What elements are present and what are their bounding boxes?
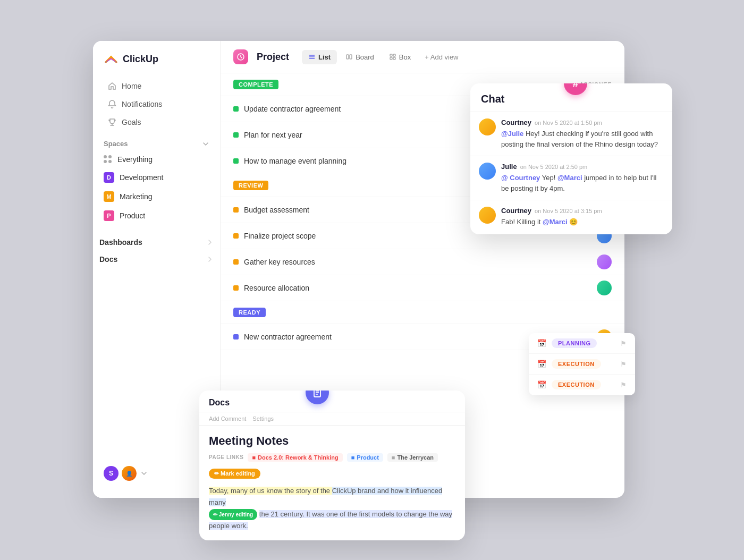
docs-section[interactable]: Docs: [93, 251, 220, 268]
status-chip-planning: PLANNING: [552, 338, 597, 348]
tab-box-label: Box: [399, 53, 411, 61]
chat-meta-2: Julie on Nov 5 2020 at 2:50 pm: [501, 163, 664, 171]
docs-header-title: Docs: [209, 398, 230, 407]
nav-home[interactable]: Home: [97, 78, 216, 95]
section-complete-badge: COMPLETE: [233, 80, 278, 89]
chat-message-2: Julie on Nov 5 2020 at 2:50 pm @ Courtne…: [470, 156, 672, 200]
space-item-development[interactable]: D Development: [93, 168, 220, 186]
app-name: ClickUp: [123, 54, 158, 65]
space-item-product[interactable]: P Product: [93, 207, 220, 225]
dashboards-label: Dashboards: [99, 238, 142, 247]
status-chip-execution-2: EXECUTION: [552, 380, 601, 389]
task-row[interactable]: Resource allocation: [221, 275, 624, 301]
project-icon: [233, 49, 248, 64]
docs-label: Docs: [99, 255, 117, 264]
docs-panel: Docs Add Comment Settings Meeting Notes …: [199, 391, 465, 540]
mark-editing-button[interactable]: ✏ Mark editing: [209, 469, 260, 479]
task-name: Gather key resources: [244, 258, 591, 266]
spaces-label: Spaces: [104, 140, 128, 148]
text-highlight-yellow: Today, many of us know the story of the: [209, 487, 332, 495]
space-item-everything[interactable]: Everything: [93, 151, 220, 167]
chat-text-3: Fab! Killing it @Marci 😊: [501, 217, 664, 227]
space-badge-d: D: [104, 172, 114, 183]
page-link-docs[interactable]: ■ Docs 2.0: Rework & Thinking: [248, 453, 342, 462]
space-marketing-label: Marketing: [120, 192, 152, 201]
chat-meta-1: Courtney on Nov 5 2020 at 1:50 pm: [501, 118, 664, 126]
space-item-marketing[interactable]: M Marketing: [93, 188, 220, 206]
everything-grid-icon: [104, 155, 112, 164]
docs-icon: [312, 391, 323, 398]
svg-rect-8: [390, 57, 392, 60]
task-dot-review: [233, 285, 239, 291]
flag-icon-1: ⚑: [620, 340, 627, 347]
docs-body: Meeting Notes PAGE LINKS ■ Docs 2.0: Rew…: [199, 426, 465, 540]
add-comment-link[interactable]: Add Comment: [209, 415, 246, 422]
status-row-3: 📅 EXECUTION ⚑: [529, 375, 635, 395]
tab-box[interactable]: Box: [383, 50, 417, 64]
trophy-icon: [108, 118, 116, 126]
docs-chevron-icon: [206, 256, 214, 263]
status-row-2: 📅 EXECUTION ⚑: [529, 354, 635, 375]
task-avatar: [597, 281, 612, 295]
avatar-dropdown-icon[interactable]: [141, 470, 147, 477]
add-view-label: + Add view: [425, 53, 458, 61]
task-dot-review: [233, 233, 239, 239]
chat-time-1: on Nov 5 2020 at 1:50 pm: [535, 120, 602, 126]
svg-rect-9: [393, 57, 395, 60]
docs-body-text: Today, many of us know the story of the …: [209, 485, 455, 532]
nav-notifications[interactable]: Notifications: [97, 96, 216, 113]
add-view-button[interactable]: + Add view: [419, 50, 463, 64]
chat-time-2: on Nov 5 2020 at 2:50 pm: [520, 164, 588, 170]
space-development-label: Development: [120, 173, 164, 182]
tab-list[interactable]: List: [302, 50, 337, 64]
content-header: Project List: [221, 41, 624, 73]
tab-board-label: Board: [356, 53, 374, 61]
mention-marci: @Marci: [557, 174, 582, 182]
chat-message-1: Courtney on Nov 5 2020 at 1:50 pm @Julie…: [470, 112, 672, 156]
tab-board[interactable]: Board: [339, 50, 381, 64]
space-badge-m: M: [104, 191, 114, 202]
chat-text-2: @ Courtney Yep! @Marci jumped in to help…: [501, 173, 664, 193]
space-product-label: Product: [120, 211, 145, 220]
task-row[interactable]: Gather key resources: [221, 249, 624, 275]
nav-goals-label: Goals: [122, 118, 141, 126]
section-ready-badge: READY: [233, 308, 266, 317]
nav-notifications-label: Notifications: [122, 100, 162, 108]
spaces-collapse-icon[interactable]: [202, 140, 209, 148]
status-chip-execution-1: EXECUTION: [552, 359, 601, 369]
logo-area: ClickUp: [93, 52, 220, 77]
page-link-jerrycan[interactable]: ■ The Jerrycan: [387, 453, 438, 462]
chat-text-1: @Julie Hey! Just checking if you're stil…: [501, 129, 664, 149]
chat-time-3: on Nov 5 2020 at 3:15 pm: [535, 208, 602, 214]
nav-goals[interactable]: Goals: [97, 114, 216, 131]
page-links-row: PAGE LINKS ■ Docs 2.0: Rework & Thinking…: [209, 453, 455, 462]
clickup-logo-icon: [104, 52, 119, 66]
calendar-icon-3: 📅: [537, 380, 546, 389]
svg-rect-7: [393, 54, 395, 56]
jenny-editing-button[interactable]: ✏ Jenny editing: [209, 509, 257, 520]
tab-group: List Board: [302, 50, 463, 64]
flag-icon-3: ⚑: [620, 381, 627, 389]
docs-panel-header: Docs: [199, 391, 465, 412]
status-row-1: 📅 PLANNING ⚑: [529, 333, 635, 354]
project-title: Project: [257, 52, 289, 63]
mention-courtney: @ Courtney: [501, 174, 540, 182]
settings-link[interactable]: Settings: [252, 415, 274, 422]
chat-message-3: Courtney on Nov 5 2020 at 3:15 pm Fab! K…: [470, 200, 672, 234]
task-dot-review: [233, 259, 239, 265]
chat-avatar-julie: [479, 163, 496, 180]
docs-meta-bar: Add Comment Settings: [199, 412, 465, 426]
meeting-title: Meeting Notes: [209, 434, 455, 448]
calendar-icon-1: 📅: [537, 339, 546, 347]
chat-username-3: Courtney: [501, 207, 531, 215]
svg-rect-5: [350, 55, 352, 59]
svg-rect-6: [390, 54, 392, 56]
board-icon: [345, 53, 353, 61]
dashboards-chevron-icon: [206, 239, 214, 246]
page-link-product[interactable]: ■ Product: [347, 453, 383, 462]
box-icon: [389, 53, 396, 61]
home-icon: [108, 82, 116, 90]
section-review-badge: REVIEW: [233, 181, 268, 190]
task-dot-complete: [233, 106, 239, 112]
dashboards-section[interactable]: Dashboards: [93, 234, 220, 251]
